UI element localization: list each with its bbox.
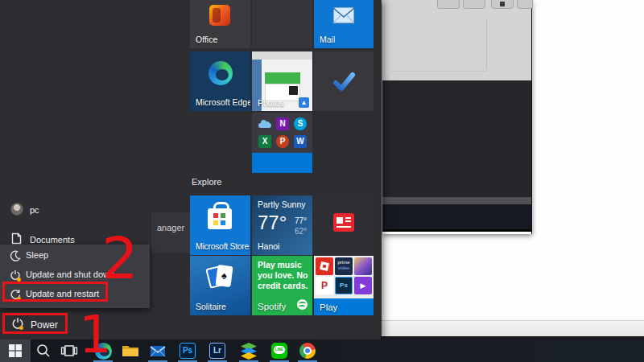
game-icon [354,257,372,275]
photo-qr-code [289,86,298,95]
annotation-box-update-restart [2,282,108,302]
task-view-button[interactable] [60,342,78,360]
weather-city: Hanoi [258,241,279,251]
white-window-status-bar [382,320,644,336]
todo-check-icon [331,68,357,94]
tile-todo[interactable] [314,51,374,111]
skype-icon: S [294,117,307,130]
folder-icon [122,342,139,360]
folder-tile-banner [252,153,312,173]
windows-logo-icon [9,344,22,357]
tile-label: Microsoft Store [196,241,249,251]
desktop: anager pc Documents Sleep [0,0,644,362]
mail-taskbar-button[interactable] [149,342,167,360]
mail-envelope-icon [332,6,355,24]
spade-card-icon: ♠ [215,265,233,287]
sleep-moon-icon [10,250,21,261]
tile-weather[interactable]: Partly Sunny 77° 77° 62° Hanoi [252,195,312,255]
chrome-icon [299,343,316,359]
search-button[interactable] [35,342,52,360]
onenote-icon: N [276,117,289,130]
tile-label: Spotify [258,302,286,311]
app-window-toolbar-area [382,0,531,80]
powerpoint-icon: P [276,135,289,148]
user-avatar[interactable] [10,203,23,216]
toolbar-button[interactable] [491,0,514,9]
bluestacks-icon [240,342,258,360]
prime-video-icon: primevideo [335,257,353,275]
toolbar-button[interactable] [437,0,460,9]
line-taskbar-button[interactable]: LINE [270,342,288,360]
start-button[interactable] [0,339,31,362]
weather-temperature: 77° [258,212,287,234]
chrome-taskbar-button[interactable] [299,342,316,360]
panel-divider [390,71,487,72]
weather-low: 62° [295,227,307,236]
search-icon [35,342,52,360]
toolbar-button[interactable] [517,0,533,9]
annotation-step-2: 2 [101,229,138,287]
background-app-window [382,0,532,234]
movies-tv-icon: ▶ [354,277,372,294]
app-list-item-partial[interactable]: anager [151,212,190,253]
tile-spotify[interactable]: Play music you love. No credit cards. Sp… [252,256,312,315]
tile-solitaire[interactable]: ♠ Solitaire [190,256,250,315]
explore-section-header: Explore [192,177,221,187]
tile-label: Office [196,35,217,44]
stop-glyph-icon [500,2,505,6]
tile-microsoft-edge[interactable]: Microsoft Edge [190,51,250,111]
mail-icon [149,342,167,360]
spotify-logo-icon [297,299,308,310]
tile-label: Photos [258,98,284,108]
lightroom-icon: Lr [209,343,225,359]
app-window-canvas [382,80,531,197]
bluestacks-taskbar-button[interactable] [240,342,258,360]
documents-icon[interactable] [11,232,22,245]
onedrive-icon [258,120,271,128]
tile-office[interactable]: Office [190,0,250,48]
tile-photos[interactable]: Photos ▲ [252,51,312,111]
tile-label: Mail [320,35,335,44]
app-window-strip [382,197,531,204]
annotation-box-power [2,313,68,334]
panel-divider [486,19,487,69]
documents-label[interactable]: Documents [30,235,75,245]
tile-microsoft-store[interactable]: Microsoft Store [190,195,250,255]
tile-mail[interactable]: Mail [314,0,374,48]
photoshop-mini-icon: Ps [335,277,353,294]
photoshop-icon: Ps [180,343,196,359]
line-icon: LINE [271,343,287,359]
menu-item-label: Sleep [26,250,48,260]
excel-icon: X [258,135,271,148]
edge-logo-icon [208,61,233,85]
spotify-promo-text: Play music you love. No credit cards. [258,260,309,291]
photo-thumbnail [252,51,312,60]
photoshop-taskbar-button[interactable]: Ps [179,342,196,360]
app-window-footer [382,204,531,232]
tile-play-folder[interactable]: primevideo P Ps ▶ Play [314,256,374,315]
news-icon [333,213,354,232]
file-explorer-button[interactable] [122,342,139,360]
tile-news[interactable] [314,195,374,255]
photos-app-icon: ▲ [299,97,309,108]
lightroom-taskbar-button[interactable]: Lr [208,342,226,360]
tile-empty[interactable] [252,0,312,48]
photo-thumbnail [265,72,300,84]
weather-high: 77° [295,216,307,225]
app-list-item-label: anager [157,223,184,232]
pinterest-icon: P [316,277,333,294]
play-folder-banner: Play [314,298,374,315]
tile-label: Solitaire [196,302,226,311]
user-name-label[interactable]: pc [30,205,39,215]
word-icon: W [294,135,307,148]
store-bag-icon [208,208,232,229]
tile-label: Play [320,302,337,312]
roblox-icon [316,257,333,275]
toolbar-button[interactable] [463,0,485,9]
tile-label: Microsoft Edge [196,97,250,107]
weather-condition: Partly Sunny [258,200,306,209]
annotation-step-1: 1 [79,309,112,360]
office-logo-icon [209,5,230,26]
task-view-icon [60,342,78,360]
tile-office-folder[interactable]: N S X P W [252,113,312,173]
